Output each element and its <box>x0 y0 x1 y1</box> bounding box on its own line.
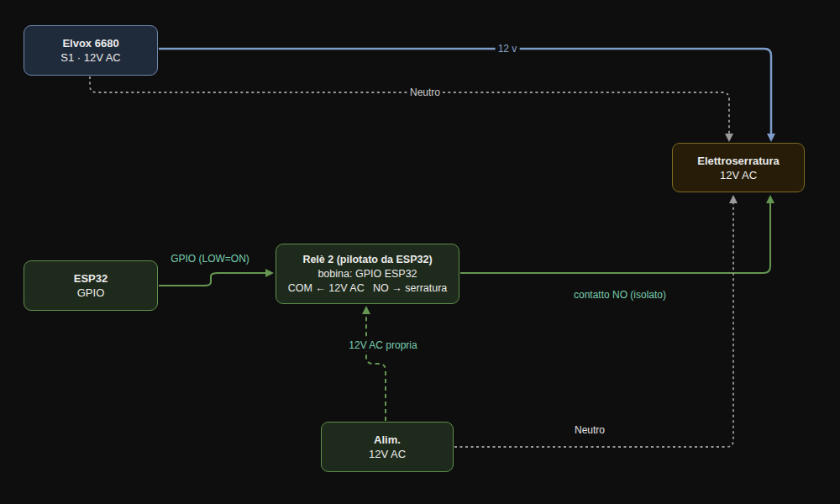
edge-neutro-bottom-line <box>454 199 733 447</box>
node-elvox-6680: Elvox 6680 S1 · 12V AC <box>24 25 158 76</box>
node-elettroserratura-subtitle: 12V AC <box>720 168 757 182</box>
node-esp32: ESP32 GPIO <box>24 260 158 311</box>
edge-label-alim-propria: 12V AC propria <box>346 339 419 351</box>
node-elvox-title: Elvox 6680 <box>62 36 118 50</box>
node-elvox-subtitle: S1 · 12V AC <box>60 50 121 65</box>
node-alim-subtitle: 12V AC <box>369 447 406 461</box>
node-rele-line3: COM ← 12V AC NO → serratura <box>288 281 448 296</box>
edge-12v-line <box>159 49 771 138</box>
node-rele-line2: bobina: GPIO ESP32 <box>318 267 417 281</box>
edge-label-12v: 12 v <box>496 43 520 55</box>
edge-label-contatto: contatto NO (isolato) <box>571 289 669 301</box>
node-elettroserratura: Elettroserratura 12V AC <box>672 143 805 192</box>
node-elettroserratura-title: Elettroserratura <box>697 154 780 168</box>
node-alim-title: Alim. <box>374 433 401 447</box>
edge-neutro-top-line <box>90 76 729 138</box>
edge-label-gpio: GPIO (LOW=ON) <box>168 253 252 265</box>
edge-label-neutro-bottom: Neutro <box>572 424 607 436</box>
node-esp32-title: ESP32 <box>74 271 108 286</box>
edge-alim-propria-line <box>366 310 386 421</box>
edge-label-neutro-top: Neutro <box>407 87 443 98</box>
node-rele-2: Relè 2 (pilotato da ESP32) bobina: GPIO … <box>276 244 459 304</box>
node-rele-title: Relè 2 (pilotato da ESP32) <box>302 253 432 267</box>
node-alim: Alim. 12V AC <box>321 422 454 472</box>
edge-gpio-line <box>159 273 270 286</box>
diagram-canvas: Elvox 6680 S1 · 12V AC Elettroserratura … <box>0 0 840 504</box>
edge-contatto-line <box>460 199 770 273</box>
node-esp32-subtitle: GPIO <box>77 286 105 300</box>
